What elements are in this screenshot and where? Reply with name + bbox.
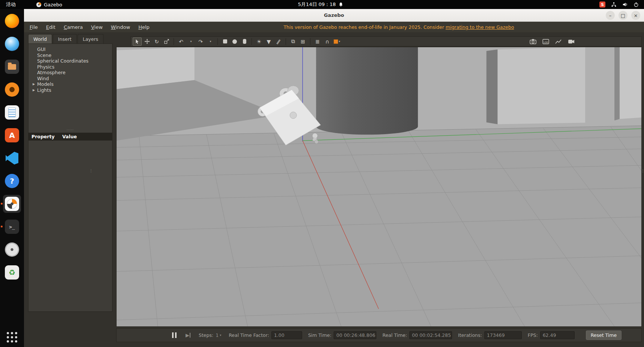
spot-light-button[interactable]: ▼: [264, 37, 273, 46]
maximize-button[interactable]: □: [619, 11, 628, 20]
wall-right-front-face[interactable]: [498, 47, 586, 124]
value-column-header: Value: [62, 134, 77, 139]
dock-item-media-player[interactable]: [3, 81, 21, 99]
expander-icon[interactable]: ▶: [33, 82, 35, 86]
input-method-indicator[interactable]: S: [599, 1, 605, 7]
tree-item-physics[interactable]: Physics: [28, 64, 112, 70]
step-icon-bar: [190, 333, 190, 338]
tab-world[interactable]: World: [28, 34, 52, 43]
toolbar-separator: [286, 38, 286, 45]
tree-item-gui[interactable]: GUI: [28, 46, 112, 52]
power-icon: [634, 2, 639, 7]
tab-insert[interactable]: Insert: [53, 34, 77, 43]
dock-item-software[interactable]: A: [3, 126, 21, 144]
undo-button[interactable]: ↶: [177, 37, 186, 46]
tree-item-scene[interactable]: Scene: [28, 52, 112, 58]
dock: A ? >_ ♻: [0, 9, 24, 347]
menu-help[interactable]: Help: [134, 24, 154, 30]
copy-button[interactable]: ⧉: [289, 37, 298, 46]
insert-sphere-button[interactable]: [230, 37, 239, 46]
rotate-tool[interactable]: ↻: [152, 37, 161, 46]
app-grid-button[interactable]: [7, 332, 17, 343]
close-button[interactable]: ×: [631, 11, 640, 20]
dock-item-vscode[interactable]: [3, 149, 21, 167]
window-titlebar[interactable]: Gazebo – □ ×: [24, 9, 644, 22]
dock-item-help[interactable]: ?: [3, 172, 21, 190]
wall-far-right-side-face[interactable]: [614, 47, 620, 120]
tree-item-spherical-coordinates[interactable]: Spherical Coordinates: [28, 58, 112, 64]
select-tool[interactable]: [133, 37, 142, 46]
screenshot-button[interactable]: [529, 37, 538, 46]
dock-item-firefox[interactable]: [3, 12, 21, 30]
dock-item-writer[interactable]: [3, 103, 21, 121]
directional-light-button[interactable]: ∥: [274, 37, 283, 46]
3d-viewport[interactable]: [116, 47, 642, 327]
tree-item-models[interactable]: ▶Models: [28, 81, 112, 87]
wall-far-right-front-face[interactable]: [620, 47, 641, 119]
tree-item-lights[interactable]: ▶Lights: [28, 87, 112, 93]
menu-file[interactable]: File: [25, 24, 42, 30]
activities-button[interactable]: 活动: [4, 1, 17, 8]
tab-layers[interactable]: Layers: [78, 34, 103, 43]
toolbar-separator: [174, 38, 174, 45]
running-indicator-dot: [1, 226, 3, 227]
dock-item-gazebo[interactable]: [3, 195, 21, 213]
paste-button[interactable]: ⊞: [298, 37, 307, 46]
tree-item-atmosphere[interactable]: Atmosphere: [28, 70, 112, 76]
focused-app-menu[interactable]: Gazebo: [36, 2, 62, 7]
folder-icon: [8, 64, 16, 70]
menu-view[interactable]: View: [87, 24, 107, 30]
eol-warning-text: This version of Gazebo reaches end-of-li…: [283, 24, 445, 30]
minimize-button[interactable]: –: [606, 11, 615, 20]
world-tree-panel: GUI Scene Spherical Coordinates Physics …: [28, 43, 112, 312]
log-recorder-icon: LOG: [542, 39, 549, 44]
plot-chart-icon: [555, 39, 562, 44]
cylinder-obstacle[interactable]: [316, 47, 418, 135]
dock-item-terminal[interactable]: >_: [3, 218, 21, 236]
dock-item-files[interactable]: [3, 58, 21, 76]
clock[interactable]: 5月14日 09：18: [298, 1, 343, 8]
steps-value[interactable]: 1: [216, 332, 219, 338]
fps-field: 62.49: [540, 331, 575, 339]
snap-tool-button[interactable]: ∩: [323, 37, 332, 46]
expander-icon[interactable]: ▶: [33, 88, 35, 92]
wall-right-side-face[interactable]: [487, 49, 498, 124]
focused-app-name: Gazebo: [44, 2, 62, 7]
property-column-header: Property: [28, 134, 62, 139]
dock-item-browser[interactable]: [3, 35, 21, 53]
view-angle-button[interactable]: ▾: [332, 37, 341, 46]
scene-canvas: [117, 47, 641, 326]
pause-button[interactable]: [172, 332, 177, 338]
dock-item-disc[interactable]: [3, 241, 21, 259]
reset-time-button[interactable]: Reset Time: [586, 331, 622, 340]
left-splitter-handle[interactable]: ⋮: [89, 170, 92, 172]
step-button[interactable]: ▶: [186, 332, 190, 338]
align-tool-button[interactable]: ≣: [313, 37, 322, 46]
video-record-button[interactable]: [567, 37, 576, 46]
dock-item-trash[interactable]: ♻: [3, 263, 21, 281]
camera-icon: [530, 39, 536, 44]
translate-tool[interactable]: [142, 37, 151, 46]
menu-camera[interactable]: Camera: [60, 24, 87, 30]
point-light-button[interactable]: ☀: [255, 37, 264, 46]
eol-warning-link[interactable]: migrating to the new Gazebo: [446, 24, 514, 30]
steps-dropdown-icon[interactable]: ▾: [220, 334, 221, 337]
insert-box-button[interactable]: [220, 37, 229, 46]
rtf-field[interactable]: 1.00: [271, 331, 302, 339]
scale-tool[interactable]: [162, 37, 171, 46]
menu-edit[interactable]: Edit: [42, 24, 60, 30]
paste-icon: ⊞: [301, 39, 305, 45]
point-light-icon: ☀: [257, 39, 262, 45]
property-splitter-handle[interactable]: ·····: [28, 129, 112, 133]
redo-history-button[interactable]: ▾: [206, 37, 215, 46]
snap-magnet-icon: ∩: [325, 39, 329, 45]
plot-button[interactable]: [554, 37, 563, 46]
system-tray[interactable]: S: [599, 1, 639, 7]
tree-item-wind[interactable]: Wind: [28, 76, 112, 82]
menu-window[interactable]: Window: [107, 24, 134, 30]
data-logger-button[interactable]: LOG: [541, 37, 550, 46]
undo-history-button[interactable]: ▾: [186, 37, 195, 46]
redo-button[interactable]: ↷: [196, 37, 205, 46]
view-cube-icon: [334, 39, 338, 44]
insert-cylinder-button[interactable]: [240, 37, 249, 46]
